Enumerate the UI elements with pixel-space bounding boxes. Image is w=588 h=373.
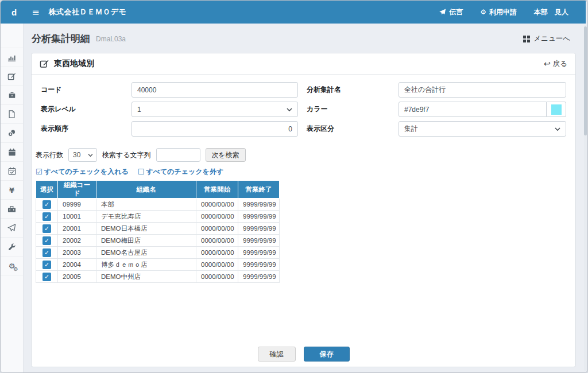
row-checkbox[interactable] <box>42 248 51 257</box>
row-select-cell <box>36 235 58 247</box>
display-kind-value: 集計 <box>404 124 418 134</box>
sidebar-item-settings[interactable] <box>1 238 23 257</box>
user-menu[interactable]: 本部 見人 <box>534 7 568 17</box>
org-code-cell: 20005 <box>58 271 96 283</box>
edit-icon <box>40 59 49 68</box>
close-date-cell: 9999/99/99 <box>238 223 280 235</box>
org-name-cell: デモ恵比寿店 <box>96 211 196 223</box>
column-org-name: 組織名 <box>96 181 196 199</box>
org-code-cell: 09999 <box>58 199 96 211</box>
screen-id: DmaL03a <box>96 35 126 43</box>
display-kind-label: 表示区分 <box>307 124 399 134</box>
confirm-button[interactable]: 確認 <box>258 347 296 362</box>
check-all-link[interactable]: ☑ すべてのチェックを入れる <box>36 167 129 177</box>
application-label: 利用申請 <box>489 7 517 17</box>
top-navbar: d ≡ 株式会社ＤＥＭＯデモ 伝言 ⚙ 利用申請 本部 見人 <box>1 1 586 24</box>
table-row: 20005 DEMO中州店 0000/00/00 9999/99/99 <box>36 271 280 283</box>
sidebar-items: ¥ ⚙⚙ <box>1 48 23 275</box>
sidebar-item-briefcase[interactable] <box>1 86 23 105</box>
open-date-cell: 0000/00/00 <box>196 235 238 247</box>
row-checkbox[interactable] <box>42 261 51 269</box>
sidebar-item-coins[interactable] <box>1 124 23 143</box>
org-code-cell: 10001 <box>58 211 96 223</box>
vertical-scrollbar[interactable] <box>584 25 587 371</box>
open-date-cell: 0000/00/00 <box>196 271 238 283</box>
uncheck-all-label: すべてのチェックを外す <box>146 167 223 177</box>
yen-icon: ¥ <box>9 186 14 195</box>
code-input[interactable] <box>131 82 298 98</box>
sidebar-item-edit[interactable] <box>1 67 23 86</box>
grid-icon <box>523 36 530 42</box>
org-code-cell: 20003 <box>58 247 96 259</box>
menu-link-label: メニューへ <box>533 34 570 44</box>
row-select-cell <box>36 247 58 259</box>
app-logo[interactable]: d <box>11 7 17 17</box>
card-header: 東西地域別 ↩ 戻る <box>32 53 575 75</box>
rows-per-page-select[interactable]: 30 <box>68 148 97 162</box>
application-link[interactable]: ⚙ 利用申請 <box>480 7 517 17</box>
row-select-cell <box>36 211 58 223</box>
close-date-cell: 9999/99/99 <box>238 271 280 283</box>
column-close-date: 営業終了 <box>238 181 280 199</box>
sidebar-item-file[interactable] <box>1 105 23 124</box>
sidebar-item-yen[interactable]: ¥ <box>1 181 23 200</box>
menu-link[interactable]: メニューへ <box>523 34 570 44</box>
display-level-select[interactable]: 1 <box>131 102 298 117</box>
user-name: 本部 見人 <box>534 7 568 17</box>
color-swatch-box[interactable] <box>547 102 566 117</box>
scrollbar-thumb[interactable] <box>584 26 587 135</box>
paper-plane-icon <box>7 224 16 232</box>
message-link[interactable]: 伝言 <box>439 7 463 17</box>
calendar-icon <box>8 148 16 156</box>
back-link[interactable]: ↩ 戻る <box>544 59 567 69</box>
rows-per-page-label: 表示行数 <box>36 150 63 160</box>
close-date-cell: 9999/99/99 <box>238 235 280 247</box>
display-kind-select[interactable]: 集計 <box>399 121 566 137</box>
table-row: 10001 デモ恵比寿店 0000/00/00 9999/99/99 <box>36 211 280 223</box>
column-org-code: 組織コード <box>58 181 96 199</box>
sidebar-item-calendar-check[interactable] <box>1 162 23 181</box>
search-string-input[interactable] <box>156 148 200 162</box>
search-next-button[interactable]: 次を検索 <box>206 148 246 162</box>
toolbox-icon <box>7 205 16 213</box>
uncheck-all-link[interactable]: ☐ すべてのチェックを外す <box>138 167 223 177</box>
sidebar-item-calendar[interactable] <box>1 143 23 162</box>
gear-icon: ⚙ <box>480 9 486 15</box>
file-icon <box>8 110 16 118</box>
org-code-cell: 20001 <box>58 223 96 235</box>
hamburger-menu-icon[interactable]: ≡ <box>32 7 39 18</box>
app-window: d ≡ 株式会社ＤＥＭＯデモ 伝言 ⚙ 利用申請 本部 見人 <box>0 0 588 373</box>
display-level-label: 表示レベル <box>41 104 131 114</box>
color-field-group <box>399 102 566 117</box>
row-checkbox[interactable] <box>42 236 51 245</box>
row-select-cell <box>36 259 58 271</box>
table-row: 20003 DEMO名古屋店 0000/00/00 9999/99/99 <box>36 247 280 259</box>
open-date-cell: 0000/00/00 <box>196 223 238 235</box>
save-button[interactable]: 保存 <box>304 347 350 362</box>
row-select-cell <box>36 271 58 283</box>
column-select: 選択 <box>36 181 58 199</box>
page-header: 分析集計明細 DmaL03a メニューへ <box>24 24 585 53</box>
color-label: カラー <box>307 104 399 114</box>
row-checkbox[interactable] <box>42 212 51 221</box>
check-toggle-links: ☑ すべてのチェックを入れる ☐ すべてのチェックを外す <box>32 165 575 180</box>
analysis-name-input[interactable] <box>399 82 566 98</box>
org-code-cell: 20002 <box>58 235 96 247</box>
search-string-label: 検索する文字列 <box>102 150 151 160</box>
open-date-cell: 0000/00/00 <box>196 259 238 271</box>
row-checkbox[interactable] <box>42 224 51 233</box>
display-order-input[interactable] <box>131 121 298 137</box>
chevron-down-icon <box>88 154 93 157</box>
unchecked-checkbox-icon: ☐ <box>138 168 145 176</box>
table-row: 20002 DEMO梅田店 0000/00/00 9999/99/99 <box>36 235 280 247</box>
row-checkbox[interactable] <box>42 200 51 209</box>
sidebar-item-send[interactable] <box>1 219 23 238</box>
org-code-cell: 20004 <box>58 259 96 271</box>
sidebar-item-analysis[interactable] <box>1 48 23 67</box>
page-title: 分析集計明細 <box>32 32 90 45</box>
sidebar-item-toolbox[interactable] <box>1 200 23 219</box>
row-checkbox[interactable] <box>42 273 51 281</box>
color-input[interactable] <box>399 102 547 117</box>
org-name-cell: DEMO名古屋店 <box>96 247 196 259</box>
sidebar-item-system[interactable]: ⚙⚙ <box>1 257 23 275</box>
